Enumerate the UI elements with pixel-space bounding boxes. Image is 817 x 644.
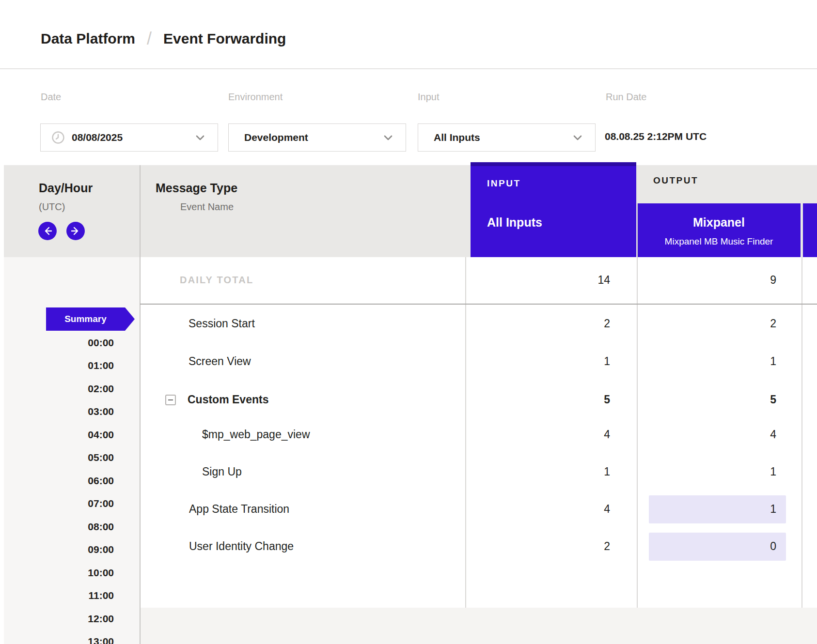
row-input-value: 2 bbox=[466, 540, 610, 553]
row-input-value: 4 bbox=[466, 503, 610, 516]
input-filter-label: Input bbox=[418, 92, 439, 103]
row-input-value: 1 bbox=[466, 465, 610, 478]
environment-dropdown[interactable]: Development bbox=[228, 123, 406, 152]
row-input-value: 5 bbox=[466, 393, 610, 406]
table-footer-band bbox=[140, 608, 817, 644]
header-divider bbox=[0, 68, 817, 69]
row-output-value: 4 bbox=[637, 428, 776, 441]
hour-item[interactable]: 04:00 bbox=[4, 429, 114, 441]
event-name-subtitle: Event Name bbox=[156, 201, 258, 213]
day-hour-header: Day/Hour bbox=[39, 181, 93, 195]
hour-item[interactable]: 01:00 bbox=[4, 360, 114, 371]
breadcrumb: Data Platform / Event Forwarding bbox=[41, 27, 286, 51]
date-dropdown[interactable]: 08/08/2025 bbox=[40, 123, 218, 152]
environment-value: Development bbox=[244, 132, 308, 143]
row-output-value: 2 bbox=[637, 317, 776, 330]
summary-badge[interactable]: Summary bbox=[46, 307, 125, 331]
row-label: Sign Up bbox=[202, 465, 242, 478]
event-forwarding-page: Data Platform / Event Forwarding Date En… bbox=[0, 0, 817, 644]
day-hour-subtitle: (UTC) bbox=[39, 201, 65, 213]
row-label: User Identity Change bbox=[189, 540, 294, 553]
hour-item[interactable]: 12:00 bbox=[4, 613, 114, 625]
environment-filter-label: Environment bbox=[228, 92, 283, 103]
output-column-name: Mixpanel bbox=[637, 215, 801, 230]
row-input-value: 4 bbox=[466, 428, 610, 441]
summary-badge-label: Summary bbox=[64, 314, 107, 324]
hour-item[interactable]: 10:00 bbox=[4, 567, 114, 579]
hour-item[interactable]: 02:00 bbox=[4, 383, 114, 395]
row-label: App State Transition bbox=[189, 503, 289, 516]
daily-total-label: DAILY TOTAL bbox=[180, 275, 253, 286]
hour-item[interactable]: 05:00 bbox=[4, 452, 114, 463]
row-label: Custom Events bbox=[188, 393, 268, 406]
hour-item[interactable]: 11:00 bbox=[4, 590, 114, 601]
hour-item[interactable]: 13:00 bbox=[4, 636, 114, 644]
output-column-subtitle: Mixpanel MB Music Finder bbox=[637, 236, 801, 247]
input-column-accent bbox=[471, 162, 636, 166]
row-output-value: 1 bbox=[637, 465, 776, 478]
daily-total-output-value: 9 bbox=[637, 274, 776, 287]
chevron-down-icon bbox=[382, 132, 394, 143]
daily-total-divider bbox=[140, 304, 817, 305]
date-filter-label: Date bbox=[41, 92, 61, 103]
run-date-value: 08.08.25 2:12PM UTC bbox=[605, 131, 707, 142]
output-column-header-partial bbox=[803, 203, 817, 257]
next-day-button[interactable] bbox=[66, 222, 85, 240]
run-date-label: Run Date bbox=[606, 92, 647, 103]
input-value: All Inputs bbox=[434, 132, 480, 143]
input-column-name: All Inputs bbox=[487, 215, 542, 230]
chevron-down-icon bbox=[194, 132, 206, 143]
output-column-header[interactable]: Mixpanel Mixpanel MB Music Finder bbox=[637, 203, 801, 257]
row-input-value: 1 bbox=[466, 355, 610, 368]
input-column-header: INPUT All Inputs bbox=[471, 162, 636, 257]
row-input-value: 2 bbox=[466, 317, 610, 330]
hour-item[interactable]: 07:00 bbox=[4, 498, 114, 509]
output-column-divider bbox=[801, 257, 802, 608]
hour-item[interactable]: 08:00 bbox=[4, 521, 114, 533]
collapse-minus-icon[interactable] bbox=[165, 395, 176, 405]
hour-item[interactable]: 06:00 bbox=[4, 475, 114, 487]
arrow-left-icon bbox=[42, 226, 53, 236]
message-type-header: Message Type bbox=[156, 181, 237, 195]
hour-item[interactable]: 00:00 bbox=[4, 337, 114, 349]
row-label: Screen View bbox=[189, 355, 251, 368]
prev-day-button[interactable] bbox=[38, 222, 57, 240]
row-output-value: 5 bbox=[637, 393, 776, 406]
row-label: Session Start bbox=[189, 317, 255, 330]
date-value: 08/08/2025 bbox=[72, 132, 123, 143]
day-hour-column-divider bbox=[140, 165, 141, 644]
daily-total-input-value: 14 bbox=[466, 274, 610, 287]
row-output-value: 0 bbox=[637, 540, 776, 553]
hour-item[interactable]: 09:00 bbox=[4, 544, 114, 555]
arrow-right-icon bbox=[70, 226, 81, 236]
row-output-value: 1 bbox=[637, 355, 776, 368]
summary-badge-arrow-icon bbox=[125, 307, 135, 331]
breadcrumb-item-data-platform[interactable]: Data Platform bbox=[41, 31, 135, 47]
input-section-label: INPUT bbox=[487, 178, 521, 189]
input-dropdown[interactable]: All Inputs bbox=[418, 123, 596, 152]
clock-icon bbox=[51, 131, 65, 144]
breadcrumb-separator-icon: / bbox=[147, 29, 152, 49]
row-output-value: 1 bbox=[637, 503, 776, 516]
row-label: $mp_web_page_view bbox=[202, 428, 310, 441]
hour-item[interactable]: 03:00 bbox=[4, 406, 114, 417]
output-section-label: OUTPUT bbox=[653, 175, 698, 186]
breadcrumb-item-event-forwarding[interactable]: Event Forwarding bbox=[163, 31, 286, 47]
chevron-down-icon bbox=[572, 132, 583, 143]
